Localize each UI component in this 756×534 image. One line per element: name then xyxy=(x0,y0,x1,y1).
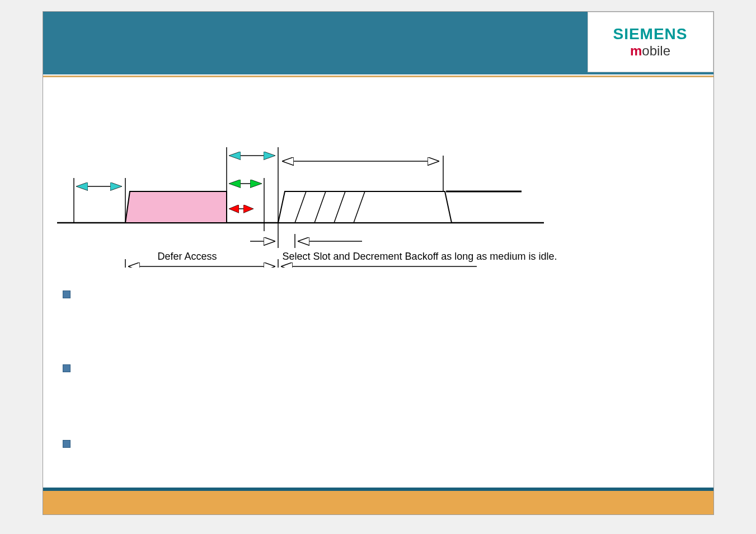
select-slot-label: Select Slot and Decrement Backoff as lon… xyxy=(283,251,557,263)
defer-access-label: Defer Access xyxy=(158,251,217,263)
bullet-icon xyxy=(63,440,71,448)
header-bar: SIEMENS mobile xyxy=(43,12,713,74)
bullet-icon xyxy=(63,364,71,372)
timing-diagram xyxy=(43,77,714,268)
logo-obile: obile xyxy=(642,43,670,58)
bullet-icon xyxy=(63,291,71,298)
logo-m: m xyxy=(630,43,642,58)
logo-mobile: mobile xyxy=(630,43,670,59)
diagram-area: Defer Access Select Slot and Decrement B… xyxy=(43,77,713,268)
logo-siemens: SIEMENS xyxy=(613,25,687,43)
logo-box: SIEMENS mobile xyxy=(588,12,713,72)
footer-bar xyxy=(43,488,713,514)
slide: SIEMENS mobile xyxy=(43,11,714,515)
